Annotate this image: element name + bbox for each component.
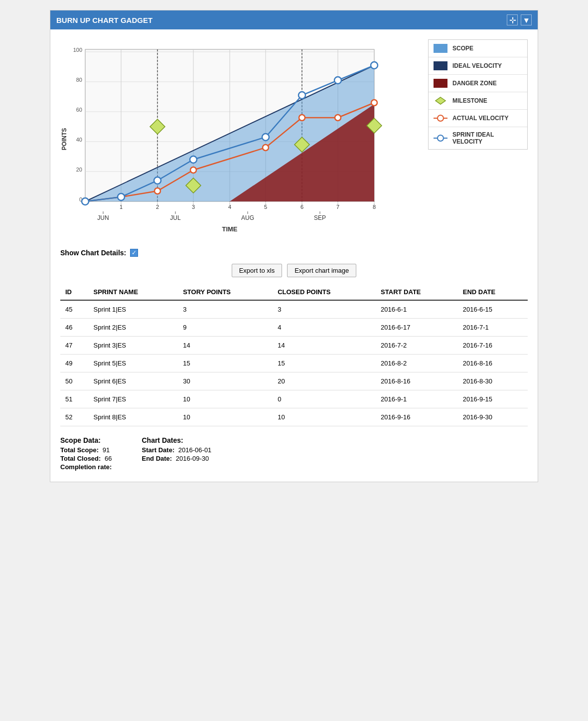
chart-svg: POINTS 100 80 60 40 20 0 xyxy=(60,39,399,239)
cell-end_date: 2016-8-30 xyxy=(458,372,528,390)
table-row: 47Sprint 3|ES14142016-7-22016-7-16 xyxy=(60,337,528,355)
table-row: 52Sprint 8|ES10102016-9-162016-9-30 xyxy=(60,408,528,426)
svg-text:SEP: SEP xyxy=(314,214,326,221)
cell-story_points: 9 xyxy=(178,319,273,337)
gadget-body: POINTS 100 80 60 40 20 0 xyxy=(50,29,538,482)
actual-velocity-color xyxy=(434,114,447,123)
sprint-ideal-point-1 xyxy=(118,193,125,200)
cell-closed_points: 15 xyxy=(273,355,376,372)
milestone-color xyxy=(434,96,447,105)
actual-point-3 xyxy=(190,167,196,173)
legend-sprint-ideal: SPRINT IDEAL VELOCITY xyxy=(429,127,527,149)
cell-closed_points: 14 xyxy=(273,337,376,355)
cell-start_date: 2016-8-16 xyxy=(376,372,458,390)
chart-legend: SCOPE IDEAL VELOCITY DANGER ZONE MILESTO… xyxy=(428,39,528,150)
svg-text:100: 100 xyxy=(73,47,82,53)
scope-label: SCOPE xyxy=(452,45,473,52)
sprint-ideal-color xyxy=(434,134,447,143)
svg-text:8: 8 xyxy=(373,204,376,210)
cell-sprint_name: Sprint 2|ES xyxy=(89,319,178,337)
table-row: 46Sprint 2|ES942016-6-172016-7-1 xyxy=(60,319,528,337)
cell-end_date: 2016-8-16 xyxy=(458,355,528,372)
cell-story_points: 10 xyxy=(178,390,273,408)
cell-id: 47 xyxy=(60,337,89,355)
danger-zone-color xyxy=(434,79,447,88)
cell-closed_points: 0 xyxy=(273,390,376,408)
cell-sprint_name: Sprint 1|ES xyxy=(89,300,178,319)
cell-start_date: 2016-9-1 xyxy=(376,390,458,408)
cell-id: 50 xyxy=(60,372,89,390)
col-id: ID xyxy=(60,284,89,300)
chart-details-row: Show Chart Details: xyxy=(60,249,528,257)
svg-marker-48 xyxy=(436,97,445,104)
cell-sprint_name: Sprint 3|ES xyxy=(89,337,178,355)
cell-story_points: 3 xyxy=(178,300,273,319)
cell-end_date: 2016-7-16 xyxy=(458,337,528,355)
total-scope-value: 91 xyxy=(103,446,110,454)
danger-zone-label: DANGER ZONE xyxy=(452,80,497,87)
scope-color xyxy=(434,44,447,53)
cell-sprint_name: Sprint 6|ES xyxy=(89,372,178,390)
scope-data-title: Scope Data: xyxy=(60,436,112,444)
buttons-row: Export to xls Export chart image xyxy=(60,264,528,277)
cell-end_date: 2016-7-1 xyxy=(458,319,528,337)
table-row: 45Sprint 1|ES332016-6-12016-6-15 xyxy=(60,300,528,319)
cell-sprint_name: Sprint 5|ES xyxy=(89,355,178,372)
table-row: 51Sprint 7|ES1002016-9-12016-9-15 xyxy=(60,390,528,408)
svg-point-50 xyxy=(438,115,443,121)
actual-point-2 xyxy=(154,188,160,194)
legend-actual-velocity: ACTUAL VELOCITY xyxy=(429,110,527,127)
svg-point-52 xyxy=(438,135,443,141)
col-start-date: START DATE xyxy=(376,284,458,300)
col-story-points: STORY POINTS xyxy=(178,284,273,300)
legend-milestone: MILESTONE xyxy=(429,92,527,110)
cell-end_date: 2016-9-15 xyxy=(458,390,528,408)
svg-text:JUN: JUN xyxy=(97,214,109,221)
cell-id: 49 xyxy=(60,355,89,372)
sprint-ideal-point-6 xyxy=(298,92,305,99)
show-chart-details-checkbox[interactable] xyxy=(130,249,138,257)
svg-text:JUL: JUL xyxy=(170,214,181,221)
sprint-ideal-point-2 xyxy=(154,177,161,184)
ideal-velocity-color xyxy=(434,61,447,70)
chart-dates-title: Chart Dates: xyxy=(142,436,211,444)
header-icons: ⊹ ▾ xyxy=(507,14,532,25)
cell-start_date: 2016-6-1 xyxy=(376,300,458,319)
cell-story_points: 15 xyxy=(178,355,273,372)
cell-start_date: 2016-9-16 xyxy=(376,408,458,426)
chart-dates-col: Chart Dates: Start Date: 2016-06-01 End … xyxy=(142,436,211,472)
start-date-label: Start Date: xyxy=(142,446,174,454)
total-scope-line: Total Scope: 91 xyxy=(60,446,112,454)
svg-text:80: 80 xyxy=(76,77,82,83)
svg-text:2: 2 xyxy=(156,204,159,210)
svg-text:7: 7 xyxy=(336,204,339,210)
cell-start_date: 2016-7-2 xyxy=(376,337,458,355)
cell-closed_points: 20 xyxy=(273,372,376,390)
sprint-ideal-point-8 xyxy=(371,62,378,69)
svg-text:TIME: TIME xyxy=(222,225,237,233)
completion-rate-line: Completion rate: xyxy=(60,463,112,471)
sprint-ideal-label: SPRINT IDEAL VELOCITY xyxy=(452,131,494,145)
cell-story_points: 10 xyxy=(178,408,273,426)
cell-sprint_name: Sprint 7|ES xyxy=(89,390,178,408)
cell-id: 52 xyxy=(60,408,89,426)
collapse-icon[interactable]: ▾ xyxy=(521,14,532,25)
export-xls-button[interactable]: Export to xls xyxy=(232,264,283,277)
total-scope-label: Total Scope: xyxy=(60,446,99,454)
svg-text:3: 3 xyxy=(192,204,195,210)
cell-sprint_name: Sprint 8|ES xyxy=(89,408,178,426)
move-icon[interactable]: ⊹ xyxy=(507,14,518,25)
actual-point-5 xyxy=(263,145,269,151)
actual-point-7 xyxy=(335,115,341,121)
svg-text:40: 40 xyxy=(76,137,82,143)
cell-end_date: 2016-9-30 xyxy=(458,408,528,426)
end-date-line: End Date: 2016-09-30 xyxy=(142,455,211,462)
legend-ideal-velocity: IDEAL VELOCITY xyxy=(429,57,527,75)
svg-text:POINTS: POINTS xyxy=(61,128,68,151)
cell-story_points: 14 xyxy=(178,337,273,355)
cell-start_date: 2016-6-17 xyxy=(376,319,458,337)
export-image-button[interactable]: Export chart image xyxy=(287,264,356,277)
legend-scope: SCOPE xyxy=(429,40,527,57)
table-row: 50Sprint 6|ES30202016-8-162016-8-30 xyxy=(60,372,528,390)
cell-closed_points: 4 xyxy=(273,319,376,337)
